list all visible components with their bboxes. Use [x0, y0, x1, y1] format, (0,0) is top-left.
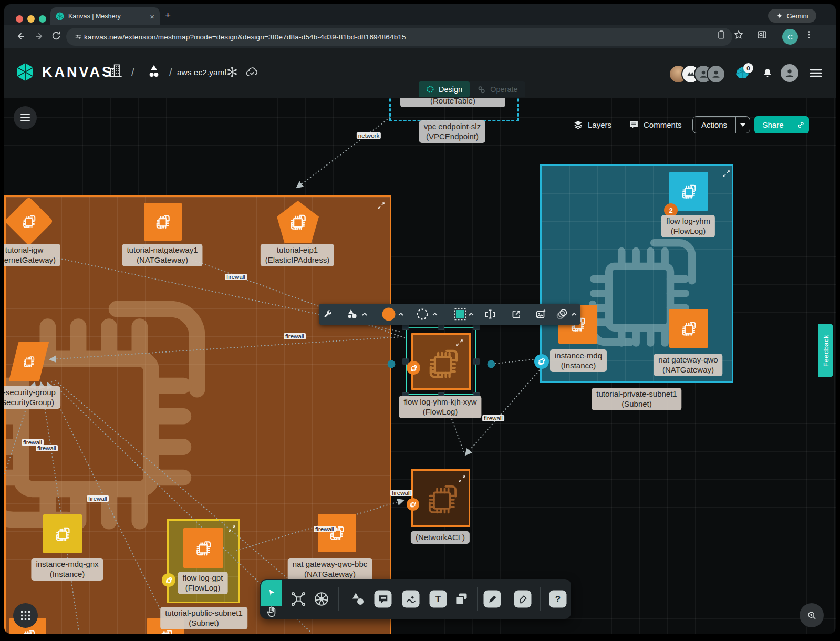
tutorial-natgateway1-node[interactable]	[144, 203, 182, 241]
collapse-icon[interactable]	[723, 170, 730, 177]
note-tool[interactable]	[454, 592, 469, 606]
configure-tool-button[interactable]	[323, 309, 333, 319]
snowflake-icon[interactable]	[226, 66, 238, 80]
nat-gateway-qwo-bbc-node[interactable]	[318, 514, 356, 552]
resize-handle[interactable]	[474, 358, 480, 364]
feedback-tab[interactable]: Feedback	[818, 324, 833, 377]
reload-button[interactable]	[50, 30, 62, 44]
user-avatar[interactable]	[781, 64, 798, 82]
kubernetes-tool[interactable]	[314, 591, 329, 607]
design-file-name[interactable]: aws ec2.yaml	[177, 68, 226, 77]
tutorial-igw-label: tutorial-igw(InternetGateway)	[4, 244, 60, 266]
select-tool[interactable]	[261, 580, 282, 606]
bell-icon[interactable]	[762, 67, 773, 81]
resize-handle[interactable]	[438, 325, 444, 330]
group-style-button[interactable]	[556, 308, 569, 321]
text-tool[interactable]: T	[430, 591, 447, 608]
tab-design[interactable]: Design	[419, 81, 470, 97]
help-label: ?	[555, 594, 561, 604]
node-badge[interactable]	[407, 498, 419, 511]
nat-gateway-qwo-node[interactable]	[669, 309, 708, 348]
layers-button[interactable]: Layers	[573, 119, 611, 130]
image-tool[interactable]	[402, 591, 420, 608]
border-style-expand-button[interactable]	[432, 312, 438, 316]
add-image-button[interactable]	[535, 308, 547, 320]
meshery-notifications[interactable]: 0	[735, 66, 750, 82]
cloud-sync-icon[interactable]	[245, 66, 260, 80]
collapse-icon[interactable]	[378, 202, 385, 209]
shape-fill-expand-button[interactable]	[468, 312, 474, 316]
url-bar[interactable]: kanvas.new/extension/meshmap?mode=design…	[66, 28, 732, 46]
collapse-icon[interactable]	[459, 475, 465, 482]
fill-color-button[interactable]	[382, 308, 396, 321]
shape-fill-button[interactable]	[454, 308, 466, 320]
side-panel-search-icon[interactable]	[756, 29, 768, 43]
close-window-button[interactable]	[16, 15, 23, 23]
collapse-icon[interactable]	[229, 525, 235, 532]
chip-icon	[152, 211, 173, 232]
back-button[interactable]	[15, 30, 27, 45]
edge-tool[interactable]	[484, 591, 501, 608]
node-badge[interactable]	[534, 354, 549, 369]
open-in-new-button[interactable]	[511, 309, 522, 320]
flow-log-gpt-label: flow log-gpt(FlowLog)	[178, 572, 228, 594]
element-toolbar	[319, 304, 580, 325]
shapes-tool-button[interactable]	[347, 308, 359, 320]
edge-label: firewall	[36, 445, 58, 451]
browser-profile-avatar[interactable]: C	[782, 29, 798, 45]
shapes-expand-button[interactable]	[361, 312, 368, 316]
maximize-window-button[interactable]	[39, 15, 46, 23]
layers-label: Layers	[588, 120, 611, 129]
resize-handle[interactable]	[474, 325, 480, 330]
comment-tool[interactable]	[375, 591, 392, 608]
component-tool[interactable]	[291, 591, 306, 607]
comments-button[interactable]: Comments	[628, 119, 682, 130]
chip-icon	[286, 210, 310, 234]
tutorial-security-group-node[interactable]	[9, 342, 49, 381]
new-tab-button[interactable]: +	[165, 9, 171, 21]
instance-mdq-gnx-node[interactable]	[43, 514, 82, 553]
network-acl-container[interactable]	[411, 469, 470, 527]
shapes-tool[interactable]	[350, 591, 366, 607]
org-icon[interactable]	[108, 63, 123, 81]
node-badge[interactable]	[162, 573, 175, 587]
draw-tool[interactable]	[514, 591, 532, 608]
app-name: KANVAS	[42, 64, 113, 80]
fill-color-expand-button[interactable]	[398, 312, 404, 316]
site-settings-icon[interactable]	[74, 32, 83, 42]
minimize-window-button[interactable]	[27, 15, 35, 23]
collaborator-avatar[interactable]	[707, 65, 725, 84]
connection-dot[interactable]	[488, 360, 495, 368]
border-style-button[interactable]	[416, 308, 429, 321]
copy-link-icon[interactable]	[792, 120, 809, 129]
canvas-menu-button[interactable]	[14, 106, 37, 129]
grid-view-button[interactable]	[13, 603, 38, 628]
pan-tool[interactable]	[265, 605, 278, 620]
tutorial-igw-node[interactable]	[4, 197, 53, 245]
tab-close-icon[interactable]: ×	[150, 12, 154, 21]
kanvas-logo[interactable]: KANVAS	[15, 61, 113, 82]
designs-icon[interactable]	[146, 63, 162, 81]
zoom-button[interactable]	[800, 603, 824, 627]
browser-menu-icon[interactable]	[804, 29, 814, 42]
browser-tab[interactable]: Kanvas | Meshery ×	[50, 7, 160, 25]
design-icon	[426, 85, 434, 94]
resize-handle[interactable]	[403, 325, 409, 330]
group-style-expand-button[interactable]	[571, 312, 577, 316]
actions-dropdown[interactable]	[736, 123, 750, 127]
node-badge[interactable]	[407, 361, 420, 375]
actions-button[interactable]: Actions	[692, 116, 750, 133]
gemini-button[interactable]: Gemini	[768, 9, 816, 23]
tab-operate[interactable]: Operate	[470, 81, 525, 97]
flow-log-gpt-node[interactable]	[183, 528, 223, 568]
dock-divider	[289, 587, 289, 611]
help-tool[interactable]: ?	[549, 591, 567, 608]
share-button[interactable]: Share	[754, 116, 809, 133]
tab-favicon-icon	[56, 12, 64, 20]
bookmark-star-icon[interactable]	[733, 29, 744, 42]
forward-button[interactable]	[33, 30, 45, 45]
rename-button[interactable]	[484, 309, 496, 319]
app-menu-icon[interactable]	[810, 68, 822, 80]
connection-dot[interactable]	[388, 360, 396, 368]
save-icon[interactable]	[716, 29, 727, 42]
